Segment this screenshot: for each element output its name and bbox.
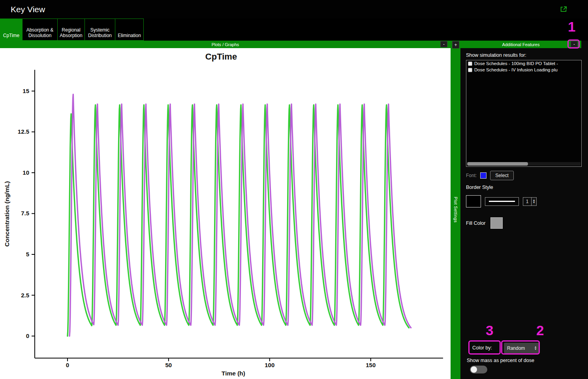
collapse-plots-button[interactable]: -	[440, 41, 447, 47]
show-results-label: Show simulation results for:	[466, 52, 526, 58]
additional-features-header: Additional Features -	[460, 41, 581, 48]
font-label: Font:	[466, 173, 477, 178]
plots-graphs-header: Plots / Graphs -	[0, 41, 451, 48]
svg-text:2.5: 2.5	[21, 292, 29, 299]
additional-features-panel: Additional Features - Show simulation re…	[460, 41, 588, 379]
border-width-spinner[interactable]: 1 ▲▼	[523, 197, 537, 206]
annotation-box-3	[468, 340, 501, 355]
mass-percent-toggle[interactable]	[470, 366, 487, 373]
svg-text:50: 50	[165, 362, 172, 368]
spinner-arrows[interactable]: ▲▼	[532, 197, 537, 206]
line-sample	[489, 201, 515, 202]
tab-cptime[interactable]: CpTime	[0, 19, 23, 41]
list-item-dose-schedule-iv[interactable]: Dose Schedules - IV Infusion Loading plu	[466, 67, 581, 73]
mass-percent-label: Show mass as percent of dose	[467, 358, 534, 363]
fill-color-label: Fill Color	[466, 220, 485, 226]
tab-label: CpTime	[3, 33, 20, 39]
svg-text:0: 0	[66, 362, 69, 368]
down-arrow-icon[interactable]: ▼	[533, 202, 535, 204]
fill-color-row: Fill Color	[466, 217, 503, 229]
list-item-dose-schedule-po[interactable]: Dose Schedules - 100mg BID PO Tablet -	[466, 60, 581, 67]
tab-absorption-dissolution[interactable]: Absorption & Dissolution	[22, 19, 58, 41]
list-item-label: Dose Schedules - 100mg BID PO Tablet -	[474, 61, 558, 66]
svg-text:0: 0	[26, 332, 29, 339]
svg-text:150: 150	[366, 362, 376, 368]
svg-text:CpTime: CpTime	[205, 52, 237, 62]
tab-regional-absorption[interactable]: Regional Absorption	[57, 19, 85, 41]
tab-systemic-distribution[interactable]: Systemic Distribution	[85, 19, 115, 41]
fill-color-swatch[interactable]	[490, 217, 503, 229]
annotation-box-2	[501, 340, 540, 355]
checkbox[interactable]	[468, 62, 472, 66]
svg-text:5: 5	[26, 251, 29, 258]
checkbox[interactable]	[468, 68, 472, 72]
plot-settings-label: Plot Settings	[453, 197, 458, 222]
additional-features-title: Additional Features	[502, 42, 540, 47]
scrollbar-thumb[interactable]	[467, 162, 528, 166]
toggle-knob	[471, 366, 477, 373]
svg-text:12.5: 12.5	[18, 128, 29, 135]
border-color-swatch[interactable]	[466, 195, 481, 207]
svg-text:10: 10	[23, 169, 29, 176]
annotation-number-2: 2	[536, 323, 544, 338]
annotation-box-1	[567, 39, 580, 49]
svg-text:7.5: 7.5	[21, 210, 29, 217]
horizontal-scrollbar[interactable]	[467, 162, 580, 166]
cptime-chart: CpTime02.557.51012.515050100150Time (h)C…	[0, 48, 451, 379]
svg-text:Time (h): Time (h)	[222, 370, 245, 377]
font-color-swatch[interactable]	[480, 172, 487, 179]
tab-label: Elimination	[118, 33, 141, 39]
line-style-select[interactable]	[485, 197, 519, 206]
border-width-value: 1	[523, 197, 532, 206]
list-item-label: Dose Schedules - IV Infusion Loading plu	[474, 67, 558, 72]
titlebar: Key View	[0, 0, 588, 19]
border-style-label: Border Style	[466, 185, 493, 190]
font-row: Font: Select	[466, 170, 514, 181]
font-select-button[interactable]: Select	[490, 171, 513, 180]
tab-label: Regional Absorption	[59, 28, 83, 39]
svg-text:Concentration (ng/mL): Concentration (ng/mL)	[4, 181, 10, 246]
window-title: Key View	[11, 5, 45, 14]
tab-bar: CpTime Absorption & Dissolution Regional…	[0, 19, 588, 41]
tab-label: Absorption & Dissolution	[24, 28, 56, 39]
svg-text:15: 15	[23, 88, 29, 94]
annotation-number-1: 1	[568, 19, 575, 35]
plots-graphs-title: Plots / Graphs	[212, 42, 239, 47]
tab-label: Systemic Distribution	[86, 28, 114, 39]
plots-graphs-panel: Plots / Graphs - CpTime02.557.51012.5150…	[0, 41, 451, 379]
annotation-number-3: 3	[486, 323, 493, 338]
border-style-row: 1 ▲▼	[466, 195, 537, 207]
cptime-chart-canvas: CpTime02.557.51012.515050100150Time (h)C…	[0, 48, 451, 379]
add-plot-button[interactable]: +	[452, 41, 459, 49]
open-external-icon[interactable]	[560, 6, 567, 13]
plot-settings-strip[interactable]: Plot Settings	[451, 41, 460, 379]
simulation-results-list[interactable]: Dose Schedules - 100mg BID PO Tablet - D…	[466, 60, 582, 167]
tab-elimination[interactable]: Elimination	[115, 19, 144, 41]
key-view-window: Key View CpTime Absorption & Dissolution…	[0, 0, 588, 379]
svg-text:100: 100	[265, 362, 274, 368]
